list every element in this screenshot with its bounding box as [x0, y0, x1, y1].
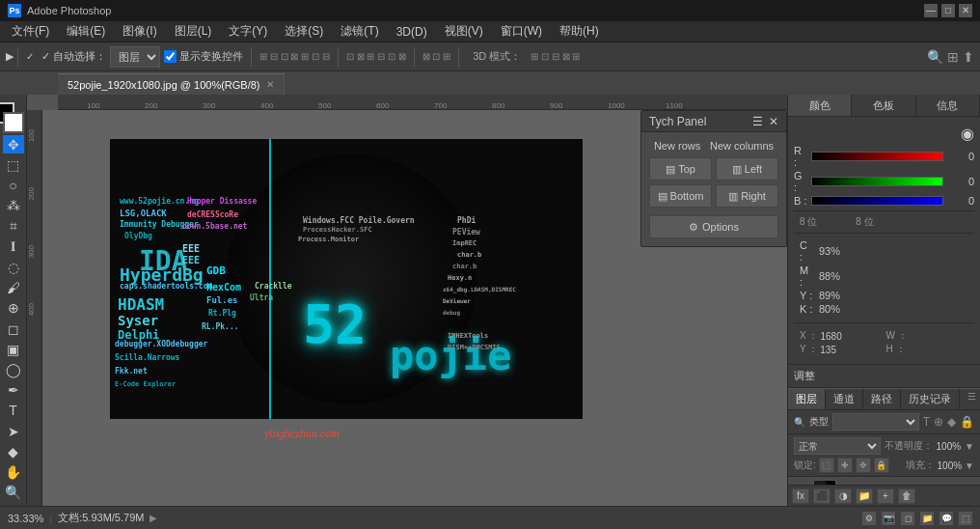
lock-paint[interactable]: ✚ — [837, 458, 853, 473]
expand-icon[interactable]: ▶ — [150, 513, 157, 523]
close-btn[interactable]: ✕ — [959, 4, 972, 17]
cmyk-section: C : 93% M : 88% Y : 89% K : 80% — [794, 237, 974, 319]
eyedropper-tool[interactable]: 𝐈 — [3, 237, 24, 256]
bottom-btn[interactable]: ▤ Bottom — [649, 184, 712, 208]
layer-mask-btn[interactable]: ⬛ — [813, 488, 830, 504]
canvas-content[interactable]: www.52pojie.cn.ng LSG,OLACK Immunity Deb… — [42, 110, 787, 506]
menu-3d[interactable]: 3D(D) — [389, 23, 435, 41]
c-row: C : 93% — [800, 239, 974, 263]
layer-delete-btn[interactable]: 🗑 — [898, 488, 915, 504]
gradient-tool[interactable]: ▣ — [3, 340, 24, 358]
menu-select[interactable]: 选择(S) — [277, 21, 331, 42]
menu-help[interactable]: 帮助(H) — [552, 21, 607, 42]
hand-tool[interactable]: ✋ — [3, 462, 24, 481]
lock-all[interactable]: 🔒 — [874, 458, 889, 473]
menu-type[interactable]: 文字(Y) — [221, 21, 275, 42]
menu-filter[interactable]: 滤镜(T) — [333, 21, 386, 42]
menu-file[interactable]: 文件(F) — [4, 21, 57, 42]
show-transform-checkbox[interactable] — [164, 50, 177, 63]
menu-edit[interactable]: 编辑(E) — [59, 21, 113, 42]
tab-history[interactable]: 历史记录 — [901, 389, 960, 409]
right-btn[interactable]: ▥ Right — [716, 184, 778, 208]
menu-view[interactable]: 视图(V) — [437, 21, 491, 42]
dodge-tool[interactable]: ◯ — [3, 360, 24, 378]
tych-panel-content: New rows New columns ▤ Top ▥ Left — [641, 132, 786, 246]
clone-tool[interactable]: ⊕ — [3, 299, 24, 318]
tab-close-btn[interactable]: ✕ — [266, 79, 274, 90]
type-tool[interactable]: T — [3, 402, 24, 420]
status-left: 33.33% | 文档:5.93M/5.79M ▶ — [8, 511, 157, 525]
status-icon-3[interactable]: ◻ — [901, 512, 914, 525]
menu-layer[interactable]: 图层(L) — [167, 21, 220, 42]
tab-swatches[interactable]: 色板 — [852, 95, 915, 116]
status-icon-2[interactable]: 📷 — [882, 512, 895, 525]
layer-filter-lock[interactable]: 🔒 — [960, 415, 974, 429]
tab-layers[interactable]: 图层 — [788, 389, 826, 409]
layer-filter-icon3[interactable]: ◆ — [947, 415, 956, 429]
word-cloud: www.52pojie.cn.ng LSG,OLACK Immunity Deb… — [110, 139, 583, 419]
status-icon-1[interactable]: ⚙ — [862, 512, 876, 525]
pen-tool[interactable]: ✒ — [3, 381, 24, 400]
b-slider[interactable] — [811, 196, 943, 206]
layer-type-dropdown[interactable] — [832, 413, 919, 431]
lasso-tool[interactable]: ○ — [3, 176, 24, 194]
layer-group-btn[interactable]: 📁 — [856, 488, 873, 504]
zoom-tool[interactable]: 🔍 — [3, 484, 24, 502]
layers-menu-icon[interactable]: ☰ — [964, 389, 980, 409]
tych-panel-menu-icon[interactable]: ☰ — [752, 115, 763, 128]
left-btn[interactable]: ▥ Left — [716, 157, 778, 181]
minimize-btn[interactable]: — — [924, 4, 938, 17]
crop-tool[interactable]: ⌗ — [3, 217, 24, 236]
toolbar-arrow: ▶ — [6, 50, 14, 63]
top-btn[interactable]: ▤ Top — [649, 157, 712, 181]
tab-channels[interactable]: 通道 — [826, 389, 863, 409]
r-slider[interactable] — [811, 152, 943, 161]
m-label: M : — [800, 264, 813, 288]
layer-filter-icon2[interactable]: ⊕ — [934, 415, 943, 429]
options-btn[interactable]: ⚙ Options — [649, 215, 778, 238]
move-tool[interactable]: ✥ — [3, 135, 24, 153]
shape-tool[interactable]: ◆ — [3, 442, 24, 460]
status-icon-5[interactable]: 💬 — [939, 512, 953, 525]
path-select-tool[interactable]: ➤ — [3, 422, 24, 440]
app-icon: Ps — [8, 4, 21, 17]
tab-color[interactable]: 颜色 — [788, 95, 852, 116]
menu-window[interactable]: 窗口(W) — [493, 21, 550, 42]
eraser-tool[interactable]: ◻ — [3, 320, 24, 338]
g-slider[interactable] — [811, 177, 943, 186]
lock-move[interactable]: ✥ — [856, 458, 871, 473]
layer-new-btn[interactable]: + — [877, 488, 894, 504]
maximize-btn[interactable]: □ — [941, 4, 955, 17]
layer-filter-T[interactable]: T — [923, 415, 930, 429]
tych-btn-grid: ▤ Top ▥ Left ▤ Bottom ▥ — [649, 157, 778, 208]
marquee-tool[interactable]: ⬚ — [3, 155, 24, 174]
r-row: R : 0 — [794, 145, 974, 168]
magic-wand-tool[interactable]: ⁂ — [3, 197, 24, 215]
fill-dropdown-icon[interactable]: ▼ — [965, 460, 974, 471]
status-icon-4[interactable]: 📁 — [920, 512, 934, 525]
status-icon-6[interactable]: ⬚ — [959, 512, 972, 525]
auto-select-dropdown[interactable]: 图层 — [110, 46, 160, 68]
layer-fx-btn[interactable]: fx — [792, 488, 809, 504]
c-value: 93% — [813, 245, 840, 257]
tab-info[interactable]: 信息 — [916, 95, 980, 116]
layer-list[interactable]: 👁 图层 0 — [788, 477, 980, 485]
search-icon[interactable]: 🔍 — [927, 49, 943, 65]
active-tab[interactable]: 52pojie_1920x1080.jpg @ 100%(RGB/8) ✕ — [58, 73, 285, 95]
opacity-dropdown-icon[interactable]: ▼ — [965, 441, 974, 452]
layer-item-0[interactable]: 👁 图层 0 — [788, 477, 980, 485]
layers-section: 调整 图层 通道 路径 历史记录 ☰ 🔍 类型 T ⊕ ◆ 🔒 — [788, 365, 980, 506]
share-icon: ⬆ — [963, 49, 974, 65]
brush-tool[interactable]: 🖌 — [3, 279, 24, 297]
heal-tool[interactable]: ◌ — [3, 258, 24, 276]
tych-panel-close-btn[interactable]: ✕ — [769, 115, 778, 128]
window-controls[interactable]: — □ ✕ — [924, 4, 972, 17]
background-color[interactable] — [3, 112, 24, 133]
app-title: Adobe Photoshop — [27, 5, 111, 16]
blend-mode-dropdown[interactable]: 正常 — [794, 437, 881, 455]
lock-transparency[interactable]: ⬚ — [819, 458, 834, 473]
layer-adj-btn[interactable]: ◑ — [834, 488, 852, 504]
tab-paths[interactable]: 路径 — [863, 389, 901, 409]
canvas-area[interactable]: /* ruler ticks via CSS */ 100 200 300 40… — [27, 95, 787, 506]
menu-image[interactable]: 图像(I) — [115, 21, 164, 42]
